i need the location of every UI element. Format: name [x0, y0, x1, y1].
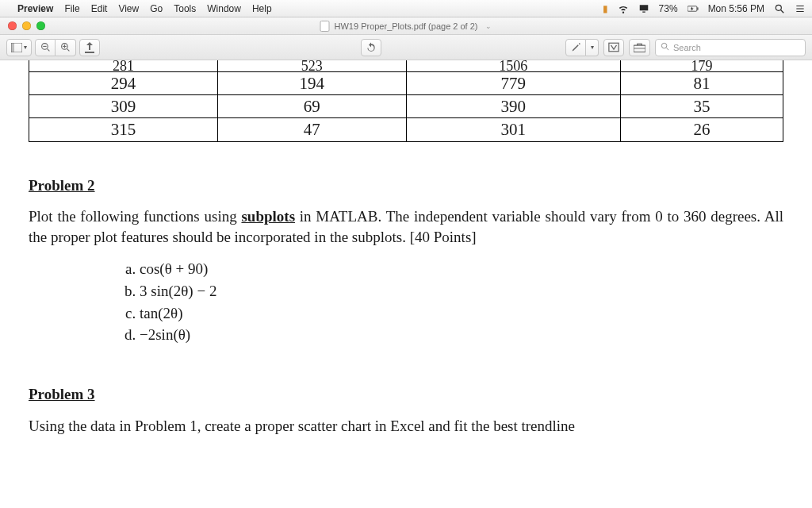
highlight-icon — [608, 42, 619, 52]
menu-go[interactable]: Go — [150, 3, 163, 14]
svg-rect-1 — [697, 7, 698, 10]
zoom-in-icon — [60, 42, 71, 52]
function-d: −2sin(θ) — [140, 324, 783, 346]
pdf-icon — [320, 21, 330, 32]
document-title[interactable]: HW19 Proper_Plots.pdf (page 2 of 2) ⌄ — [320, 21, 492, 32]
markup-pen-button[interactable] — [565, 39, 586, 56]
clock[interactable]: Mon 5:56 PM — [708, 3, 764, 14]
svg-point-2 — [776, 5, 781, 10]
toolbox-icon — [634, 43, 645, 52]
zoom-in-button[interactable] — [56, 39, 76, 56]
table-row: 309 69 390 35 — [29, 94, 783, 117]
menubar-status: ▮ 73% Mon 5:56 PM — [603, 3, 806, 14]
problem-3-body: Using the data in Problem 1, create a pr… — [29, 416, 783, 437]
table-row: 315 47 301 26 — [29, 118, 783, 141]
sidebar-icon — [11, 43, 22, 52]
spotlight-icon[interactable] — [774, 3, 785, 14]
svg-line-3 — [781, 10, 784, 13]
table-cell: 81 — [621, 71, 783, 94]
battery-text: 73% — [659, 3, 678, 14]
battery-icon[interactable] — [688, 3, 699, 14]
minimize-button[interactable] — [22, 21, 31, 30]
share-button[interactable] — [79, 39, 100, 56]
table-cell: 315 — [29, 118, 218, 141]
problem-3-heading: Problem 3 — [29, 384, 783, 405]
display-icon[interactable] — [638, 3, 649, 14]
toolbox-button[interactable] — [629, 39, 650, 56]
table-cell: 390 — [406, 94, 621, 117]
menu-help[interactable]: Help — [252, 3, 272, 14]
menu-window[interactable]: Window — [207, 3, 241, 14]
wifi-icon[interactable] — [618, 3, 629, 14]
function-a: cos(θ + 90) — [140, 258, 783, 280]
zoom-out-icon — [40, 42, 51, 52]
table-cell: 194 — [217, 71, 406, 94]
pen-icon — [571, 42, 581, 52]
highlight-button[interactable] — [603, 39, 624, 56]
table-cell: 69 — [217, 94, 406, 117]
menu-view[interactable]: View — [118, 3, 139, 14]
svg-point-16 — [661, 43, 666, 48]
table-cell: 35 — [621, 94, 783, 117]
table-cell: 309 — [29, 94, 218, 117]
app-name[interactable]: Preview — [17, 3, 53, 14]
menu-tools[interactable]: Tools — [174, 3, 196, 14]
search-placeholder: Search — [673, 43, 701, 52]
rotate-button[interactable] — [361, 39, 381, 56]
svg-line-12 — [67, 49, 70, 52]
document-title-text: HW19 Proper_Plots.pdf (page 2 of 2) — [335, 21, 478, 31]
zoom-button[interactable] — [36, 21, 45, 30]
table-cell: 301 — [406, 118, 621, 141]
toolbar: ▾ ▾ — [0, 35, 812, 60]
table-cell: 779 — [406, 71, 621, 94]
mac-menubar: Preview File Edit View Go Tools Window H… — [0, 0, 812, 17]
window-titlebar: HW19 Proper_Plots.pdf (page 2 of 2) ⌄ — [0, 17, 812, 35]
rotate-icon — [366, 42, 377, 53]
document-body: 281 523 1506 179 294 194 779 81 309 69 3… — [0, 57, 812, 452]
sidebar-toggle[interactable]: ▾ — [6, 39, 32, 56]
search-field[interactable]: Search — [655, 39, 806, 56]
zoom-out-button[interactable] — [35, 39, 56, 56]
menu-file[interactable]: File — [64, 3, 79, 14]
shield-icon[interactable]: ▮ — [603, 3, 608, 14]
zoom-controls — [35, 39, 76, 56]
markup-menu-button[interactable]: ▾ — [586, 39, 599, 56]
svg-line-8 — [47, 49, 49, 52]
window-controls — [0, 21, 45, 30]
table-cell: 294 — [29, 71, 218, 94]
close-button[interactable] — [8, 21, 17, 30]
share-icon — [85, 42, 94, 53]
problem-2-heading: Problem 2 — [29, 175, 783, 196]
problem-2-body: Plot the following functions using subpl… — [29, 206, 783, 247]
function-list: cos(θ + 90) 3 sin(2θ) − 2 tan(2θ) −2sin(… — [140, 258, 783, 346]
table-cell: 47 — [217, 118, 406, 141]
title-chevron-icon[interactable]: ⌄ — [485, 22, 492, 30]
menu-edit[interactable]: Edit — [91, 3, 108, 14]
function-b: 3 sin(2θ) − 2 — [140, 280, 783, 302]
svg-rect-5 — [11, 43, 14, 52]
table-cell: 26 — [621, 118, 783, 141]
table-row: 294 194 779 81 — [29, 71, 783, 94]
notification-center-icon[interactable] — [795, 3, 806, 14]
search-icon — [661, 42, 669, 53]
data-table: 281 523 1506 179 294 194 779 81 309 69 3… — [29, 57, 783, 142]
svg-line-17 — [666, 48, 668, 50]
markup-controls: ▾ — [565, 39, 599, 56]
function-c: tan(2θ) — [140, 302, 783, 325]
